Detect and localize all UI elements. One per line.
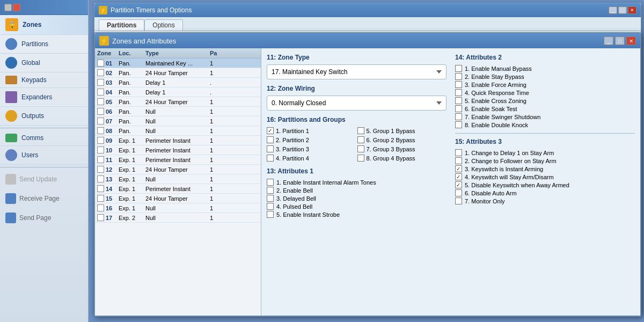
zone-checkbox[interactable] bbox=[97, 127, 104, 134]
attr3-item[interactable]: 5. Disable Keyswitch when Away Armed bbox=[455, 181, 635, 189]
pg-item[interactable]: 3. Partition 3 bbox=[267, 145, 356, 153]
zone-type-select[interactable]: 17. Maintained Key Switch0. Null1. Delay… bbox=[267, 64, 447, 79]
attr2-checkbox[interactable] bbox=[455, 73, 462, 80]
attr2-checkbox[interactable] bbox=[455, 113, 462, 120]
table-row[interactable]: 01 Pan. Maintained Key ... 1 bbox=[95, 58, 261, 68]
attr2-checkbox[interactable] bbox=[455, 65, 462, 72]
attr3-item[interactable]: 6. Disable Auto Arm bbox=[455, 189, 635, 197]
zone-checkbox[interactable] bbox=[97, 108, 104, 115]
table-row[interactable]: 15 Exp. 1 24 Hour Tamper 1 bbox=[95, 194, 261, 203]
table-row[interactable]: 03 Pan. Delay 1 . bbox=[95, 78, 261, 87]
attr3-checkbox[interactable] bbox=[455, 173, 462, 180]
table-row[interactable]: 13 Exp. 1 Null 1 bbox=[95, 174, 261, 184]
pg-item[interactable]: 6. Group 2 Bypass bbox=[357, 136, 447, 144]
attr3-item[interactable]: 3. Keyswitch is Instant Arming bbox=[455, 165, 635, 173]
zone-checkbox[interactable] bbox=[97, 98, 104, 105]
table-row[interactable]: 12 Exp. 1 24 Hour Tamper 1 bbox=[95, 165, 261, 174]
attr1-item[interactable]: 3. Delayed Bell bbox=[267, 194, 447, 202]
receive-page-button[interactable]: Receive Page bbox=[0, 189, 88, 208]
table-row[interactable]: 04 Pan. Delay 1 . bbox=[95, 87, 261, 97]
attr2-checkbox[interactable] bbox=[455, 89, 462, 96]
pg-item[interactable]: 2. Partition 2 bbox=[267, 136, 356, 144]
sidebar-min-btn[interactable] bbox=[4, 4, 12, 11]
bg-min-button[interactable]: _ bbox=[609, 6, 617, 14]
table-row[interactable]: 11 Exp. 1 Perimeter Instant 1 bbox=[95, 155, 261, 165]
dialog-max-button[interactable]: □ bbox=[615, 36, 625, 45]
tab-options[interactable]: Options bbox=[144, 19, 182, 31]
zone-checkbox[interactable] bbox=[97, 137, 104, 144]
attr3-checkbox[interactable] bbox=[455, 181, 462, 188]
zone-checkbox[interactable] bbox=[97, 89, 104, 96]
attr1-item[interactable]: 2. Enable Bell bbox=[267, 186, 447, 194]
dialog-close-button[interactable]: ✕ bbox=[626, 36, 636, 45]
zone-checkbox[interactable] bbox=[97, 204, 104, 211]
zone-checkbox[interactable] bbox=[97, 60, 104, 67]
zone-checkbox[interactable] bbox=[97, 166, 104, 173]
attr2-checkbox[interactable] bbox=[455, 97, 462, 104]
zone-checkbox[interactable] bbox=[97, 79, 104, 86]
attr1-item[interactable]: 1. Enable Instant Internal Alarm Tones bbox=[267, 178, 447, 186]
attr2-checkbox[interactable] bbox=[455, 105, 462, 112]
table-row[interactable]: 08 Pan. Null 1 bbox=[95, 126, 261, 136]
table-row[interactable]: 14 Exp. 1 Perimeter Instant 1 bbox=[95, 184, 261, 194]
table-row[interactable]: 17 Exp. 2 Null 1 bbox=[95, 213, 261, 223]
attr2-item[interactable]: 7. Enable Swinger Shutdown bbox=[455, 113, 635, 121]
table-row[interactable]: 09 Exp. 1 Perimeter Instant 1 bbox=[95, 136, 261, 145]
pg-item[interactable]: 8. Group 4 Bypass bbox=[357, 154, 447, 162]
sidebar-item-expanders[interactable]: Expanders bbox=[0, 88, 88, 107]
attr2-item[interactable]: 6. Enable Soak Test bbox=[455, 105, 635, 113]
attr3-item[interactable]: 1. Change to Delay 1 on Stay Arm bbox=[455, 149, 635, 157]
pg-checkbox[interactable] bbox=[267, 145, 274, 152]
send-page-button[interactable]: Send Page bbox=[0, 208, 88, 228]
attr2-checkbox[interactable] bbox=[455, 121, 462, 128]
attr3-checkbox[interactable] bbox=[455, 157, 462, 164]
zone-wiring-select[interactable]: 0. Normally Closed1. Normally Open2. EOL… bbox=[267, 96, 447, 111]
pg-checkbox[interactable] bbox=[357, 155, 364, 162]
attr1-item[interactable]: 5. Enable Instant Strobe bbox=[267, 210, 447, 218]
sidebar-item-keypads[interactable]: Keypads bbox=[0, 72, 88, 88]
attr1-checkbox[interactable] bbox=[267, 211, 274, 218]
zone-checkbox[interactable] bbox=[97, 175, 104, 182]
pg-checkbox[interactable] bbox=[357, 145, 364, 152]
bg-close-button[interactable]: ✕ bbox=[628, 6, 636, 14]
pg-item[interactable]: 5. Group 1 Bypass bbox=[357, 127, 447, 135]
sidebar-item-partitions[interactable]: Partitions bbox=[0, 35, 88, 54]
table-row[interactable]: 02 Pan. 24 Hour Tamper 1 bbox=[95, 68, 261, 78]
attr3-item[interactable]: 7. Monitor Only bbox=[455, 197, 635, 205]
table-row[interactable]: 07 Pan. Null 1 bbox=[95, 116, 261, 126]
zone-checkbox[interactable] bbox=[97, 69, 104, 76]
table-row[interactable]: 10 Exp. 1 Perimeter Instant 1 bbox=[95, 145, 261, 155]
pg-item[interactable]: 7. Group 3 Bypass bbox=[357, 145, 447, 153]
attr1-checkbox[interactable] bbox=[267, 195, 274, 202]
attr3-checkbox[interactable] bbox=[455, 149, 462, 156]
sidebar-item-comms[interactable]: Comms bbox=[0, 130, 88, 146]
pg-checkbox[interactable] bbox=[267, 127, 274, 134]
table-row[interactable]: 16 Exp. 1 Null 1 bbox=[95, 203, 261, 213]
pg-item[interactable]: 4. Partition 4 bbox=[267, 154, 356, 162]
attr3-checkbox[interactable] bbox=[455, 197, 462, 204]
attr3-checkbox[interactable] bbox=[455, 165, 462, 172]
zone-checkbox[interactable] bbox=[97, 147, 104, 153]
send-update-button[interactable]: Send Update bbox=[0, 170, 88, 189]
pg-checkbox[interactable] bbox=[267, 136, 274, 143]
table-row[interactable]: 05 Pan. 24 Hour Tamper 1 bbox=[95, 97, 261, 107]
table-row[interactable]: 06 Pan. Null 1 bbox=[95, 107, 261, 116]
attr3-item[interactable]: 4. Keyswitch will Stay Arm/Disarm bbox=[455, 173, 635, 181]
attr1-item[interactable]: 4. Pulsed Bell bbox=[267, 202, 447, 210]
attr1-checkbox[interactable] bbox=[267, 179, 274, 186]
attr1-checkbox[interactable] bbox=[267, 203, 274, 210]
zone-checkbox[interactable] bbox=[97, 118, 104, 125]
sidebar-item-outputs[interactable]: Outputs bbox=[0, 107, 88, 126]
tab-partitions[interactable]: Partitions bbox=[99, 19, 144, 31]
zone-checkbox[interactable] bbox=[97, 156, 104, 163]
attr3-checkbox[interactable] bbox=[455, 189, 462, 196]
zone-checkbox[interactable] bbox=[97, 185, 104, 192]
sidebar-close-btn[interactable] bbox=[13, 4, 20, 11]
attr2-item[interactable]: 1. Enable Manual Bypass bbox=[455, 64, 635, 72]
sidebar-item-zones[interactable]: 🔒 Zones bbox=[0, 15, 88, 35]
zone-checkbox[interactable] bbox=[97, 195, 104, 202]
pg-checkbox[interactable] bbox=[357, 127, 364, 134]
attr2-item[interactable]: 8. Enable Double Knock bbox=[455, 121, 635, 129]
attr2-checkbox[interactable] bbox=[455, 81, 462, 88]
sidebar-item-global[interactable]: Global bbox=[0, 54, 88, 72]
